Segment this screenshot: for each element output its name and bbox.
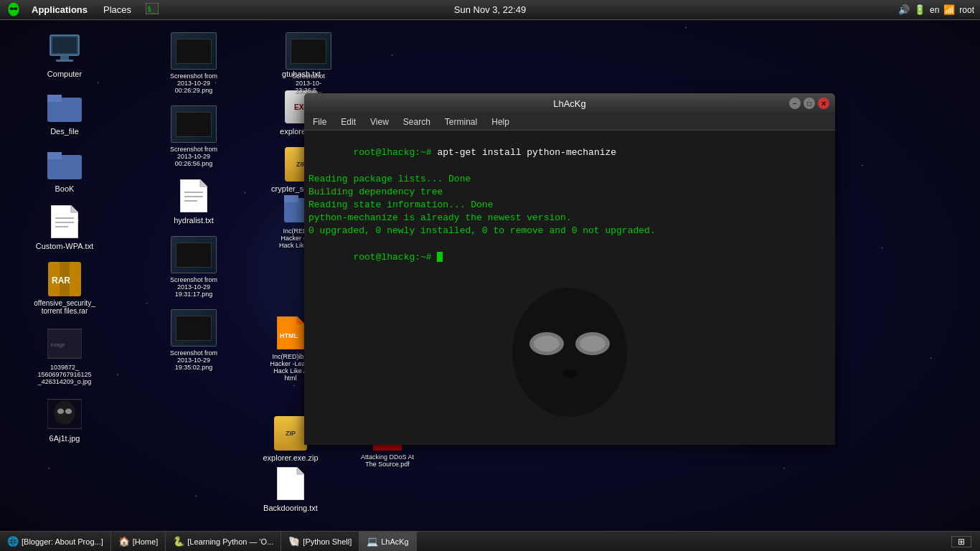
blogger-label: [Blogger: About Prog...] (22, 537, 103, 546)
customwpa-txt-icon (51, 205, 78, 238)
desktop-icon-customwpa[interactable]: Custom-WPA.txt (22, 200, 108, 255)
applications-menu[interactable]: Applications (26, 3, 93, 17)
jpg2-icon (47, 398, 82, 430)
offsec-icon-label: offensive_security_torrent files.rar (34, 299, 95, 315)
svg-point-0 (8, 2, 19, 16)
taskbar-top: Applications Places $_ Sun Nov 3, 22:49 … (0, 0, 980, 20)
svg-text:HTML: HTML (280, 332, 298, 339)
audio-icon[interactable]: 🔊 (898, 4, 910, 15)
svg-point-1 (10, 7, 14, 10)
terminal-menu-view[interactable]: View (367, 116, 392, 128)
desktop-icon-computer[interactable]: Computer (22, 28, 108, 83)
taskbar-item-python[interactable]: 🐍 [Learning Python — 'O... (166, 532, 281, 551)
terminal-menu-edit[interactable]: Edit (338, 116, 359, 128)
term-line-7: root@lhackg:~# (308, 238, 831, 278)
taskbar-item-lhackg[interactable]: 💻 LhAcKg (359, 532, 417, 551)
screenshot3-label: Screenshot from2013-10-2919:31:17.png (170, 276, 217, 298)
jpg2-icon-label: 6Aj1t.jpg (50, 434, 80, 443)
svg-text:$_: $_ (147, 5, 156, 14)
hydralist-label: hydralist.txt (174, 216, 214, 225)
desktop-icon-backdooring-wrapper: Backdooring.txt (248, 459, 334, 519)
desktop-icon-book[interactable]: BooK (22, 143, 108, 197)
desktop-icon-hydralist[interactable]: hydralist.txt (151, 174, 237, 229)
svg-marker-37 (297, 316, 304, 324)
svg-point-45 (580, 336, 606, 352)
customwpa-icon-label: Custom-WPA.txt (36, 242, 93, 250)
terminal-maximize-button[interactable]: □ (804, 98, 815, 109)
home-icon: 🏠 (118, 536, 130, 547)
taskbar-left-menu: Applications Places $_ (0, 1, 163, 19)
terminal-menu-file[interactable]: File (310, 116, 329, 128)
svg-point-24 (54, 401, 75, 425)
desktop-icon-screenshot4[interactable]: Screenshot from2013-10-2919:35:02.png (151, 305, 237, 375)
svg-text:RAR: RAR (52, 276, 70, 286)
desktop-icon-jpg2[interactable]: 6Aj1t.jpg (22, 392, 108, 447)
computer-icon (47, 32, 82, 67)
svg-marker-14 (71, 205, 78, 212)
screenshot4-thumb (171, 309, 217, 347)
blogger-icon: 🌐 (7, 536, 19, 547)
ddos-label: Attacking DDoS AtThe Source.pdf (361, 453, 414, 468)
book-folder-icon (47, 149, 82, 179)
term-line-1: root@lhackg:~# apt-get install python-me… (308, 133, 831, 173)
terminal-menubar: File Edit View Search Terminal Help (304, 113, 835, 131)
svg-rect-7 (60, 55, 69, 60)
terminal-cursor (437, 252, 443, 262)
terminal-shortcut-icon[interactable]: $_ (141, 1, 163, 19)
desktop-icon-offsec[interactable]: RAR offensive_security_torrent files.rar (22, 258, 108, 319)
terminal-content-area[interactable]: root@lhackg:~# apt-get install python-me… (304, 131, 835, 445)
term-line-4: Reading state information... Done (308, 199, 831, 212)
hydralist-icon (180, 179, 207, 212)
svg-point-26 (65, 409, 72, 414)
taskbar-item-home[interactable]: 🏠 [Home] (111, 532, 166, 551)
desktop-icon-desfile[interactable]: Des_file (22, 85, 108, 140)
terminal-minimize-button[interactable]: − (789, 98, 801, 109)
places-menu[interactable]: Places (96, 1, 138, 18)
taskbar-item-blogger[interactable]: 🌐 [Blogger: About Prog...] (0, 532, 111, 551)
svg-rect-8 (56, 60, 73, 62)
terminal-titlebar: LhAcKg − □ ✕ (304, 93, 835, 113)
backdooring-icon (277, 467, 304, 500)
user-label: root (959, 5, 974, 15)
screenshot3-thumb (171, 236, 217, 273)
home-label: [Home] (133, 537, 158, 546)
lhackg-label: LhAcKg (381, 537, 409, 546)
term-line-3: Building dependency tree (308, 186, 831, 199)
desktop-icon-backdooring[interactable]: Backdooring.txt (248, 462, 334, 517)
taskbar-bottom-right: ⊞ (951, 536, 980, 547)
python-label: [Learning Python — 'O... (187, 537, 273, 546)
book-icon-label: BooK (55, 184, 75, 193)
terminal-menu-terminal[interactable]: Terminal (442, 116, 480, 128)
terminal-close-button[interactable]: ✕ (818, 98, 829, 109)
jpg1-icon: image (47, 328, 82, 359)
taskbar-item-pyshell[interactable]: 🐚 [Python Shell] (281, 532, 359, 551)
desktop-icons-col2: Screenshot from2013-10-2900:26:29.png Sc… (136, 25, 251, 378)
offsec-rar-icon: RAR (48, 262, 81, 296)
term-line-2: Reading package lists... Done (308, 173, 831, 186)
desktop-icon-jpg1[interactable]: image 1039872_156069767916125_426314209_… (22, 322, 108, 390)
taskbar-right-area: 🔊 🔋 en 📶 root (898, 4, 980, 15)
svg-rect-6 (52, 37, 77, 53)
show-desktop-button[interactable]: ⊞ (951, 536, 971, 547)
terminal-menu-search[interactable]: Search (400, 116, 433, 128)
screenshot4-label: Screenshot from2013-10-2919:35:02.png (170, 349, 217, 371)
desktop-icons-col1: Computer Des_file BooK (0, 25, 129, 450)
svg-rect-10 (47, 95, 62, 102)
explorerzip-icon: ZIP (274, 416, 307, 451)
applications-label: Applications (32, 4, 88, 15)
pyshell-icon: 🐚 (288, 536, 300, 547)
terminal-controls: − □ ✕ (789, 98, 829, 109)
terminal-taskbar-icon: 💻 (367, 536, 378, 547)
svg-point-43 (534, 336, 560, 352)
terminal-menu-help[interactable]: Help (489, 116, 512, 128)
desktop-icon-screenshot3[interactable]: Screenshot from2013-10-2919:31:17.png (151, 232, 237, 302)
desfile-icon-label: Des_file (50, 127, 79, 136)
desktop-icon-screenshot1[interactable]: Screenshot from2013-10-2900:26:29.png (151, 28, 237, 98)
terminal-logo-area (308, 277, 831, 442)
screenshot2-thumb (171, 105, 217, 143)
desktop-icon-screenshot2[interactable]: Screenshot from2013-10-2900:26:56.png (151, 101, 237, 171)
svg-point-41 (512, 288, 627, 417)
terminal-title: LhAcKg (553, 98, 586, 109)
datetime-display: Sun Nov 3, 22:49 (454, 4, 526, 15)
python-icon: 🐍 (173, 536, 184, 547)
